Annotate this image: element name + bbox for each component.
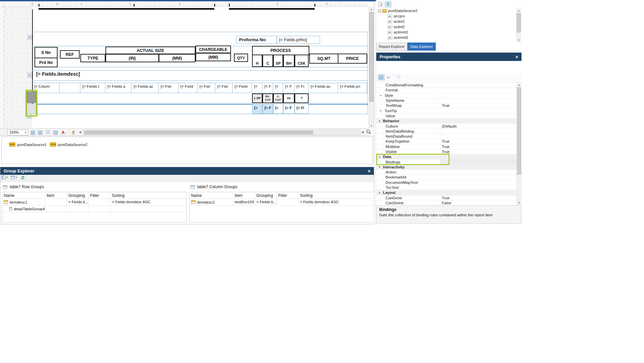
alphabetical-sort-icon[interactable]: A↓ [385, 74, 392, 80]
header-cell-mm[interactable]: (MM) [159, 54, 195, 62]
process-field-cell[interactable]: [= Fi [295, 104, 309, 114]
group-row-filter[interactable] [89, 199, 110, 206]
datasource-item[interactable]: JSON jsonDataSource2 [50, 142, 87, 147]
refresh-datasource-button[interactable] [385, 1, 391, 7]
property-row[interactable]: Format [376, 88, 516, 93]
snap-grid-icon[interactable] [37, 129, 43, 136]
row-handle-icon[interactable]: ⊞ [27, 73, 32, 77]
header-cell-in[interactable]: (IN) [105, 54, 159, 62]
row-handle-icon[interactable]: ⊞ [27, 35, 32, 40]
collapse-icon[interactable]: ∨ [379, 165, 382, 168]
property-row[interactable]: MultilineTrue [376, 144, 516, 149]
datasource-item[interactable]: JSON jsonDataSource1 [9, 142, 47, 147]
tree-field[interactable]: ab actinl1 [376, 19, 516, 24]
process-label-cell[interactable]: C-CUT [273, 93, 283, 103]
property-category[interactable]: ∨Interactivity [376, 165, 516, 170]
tree-field[interactable]: ab accprv [376, 13, 516, 19]
border-line[interactable] [38, 8, 214, 10]
detail-cell[interactable]: [= Fi [295, 83, 309, 93]
group-row-grouping[interactable] [67, 206, 89, 212]
header-cell-price[interactable]: PRICE [338, 54, 367, 64]
detail-cell[interactable]: [= F [262, 83, 273, 93]
collapse-icon[interactable]: ∨ [379, 191, 382, 194]
header-cell-process[interactable]: PROCESS [252, 46, 309, 55]
detail-cell[interactable]: [= Fields.pri [338, 83, 367, 93]
property-row[interactable]: CanShrinkFalse [376, 201, 516, 206]
process-label-cell[interactable]: H1 [283, 93, 295, 103]
canvas-vscrollbar[interactable]: ▲ ▼ [369, 7, 374, 128]
scroll-up-icon[interactable]: ▲ [516, 8, 521, 13]
dropdown-arrow-icon[interactable]: ▼ [24, 131, 27, 134]
property-row[interactable]: DocumentMapText [376, 180, 516, 185]
close-icon[interactable]: × [368, 169, 371, 173]
expand-icon[interactable]: ▸ [380, 109, 383, 112]
group-row-item[interactable] [45, 199, 67, 206]
zoom-magnifier-icon[interactable] [366, 129, 372, 136]
column-header[interactable]: Name [190, 192, 233, 199]
process-label-cell[interactable]: L-SP [252, 93, 262, 103]
detail-cell[interactable]: [= Fiel [215, 83, 233, 93]
property-row[interactable]: Action [376, 170, 516, 175]
property-row-bindings[interactable]: Bindings [376, 159, 516, 164]
properties-scrollbar[interactable]: ▲ ▼ [516, 82, 521, 205]
property-row[interactable]: ItemDataBound [376, 134, 516, 139]
pan-hand-icon[interactable] [70, 129, 77, 136]
collapse-icon[interactable]: ∨ [379, 120, 382, 123]
header-cell-chargeable-mm[interactable]: (MM) [195, 53, 231, 61]
collapse-icon[interactable]: − [378, 9, 381, 12]
scroll-up-icon[interactable]: ▲ [517, 82, 521, 87]
header-cell-prdno[interactable]: Prd No [34, 58, 58, 67]
scroll-down-icon[interactable]: ▼ [517, 200, 521, 205]
property-row[interactable]: ConditionalFormatting [376, 83, 516, 88]
tree-scrollbar[interactable]: ▲ ▼ [516, 8, 521, 43]
header-cell-type[interactable]: TYPE [80, 54, 105, 62]
column-header[interactable]: Sorting [299, 192, 375, 199]
property-row[interactable]: TocText [376, 185, 516, 190]
column-header[interactable]: Item [45, 192, 67, 199]
header-cell-chargeable[interactable]: CHARGEABLE [195, 46, 231, 53]
vscroll-thumb[interactable] [517, 13, 521, 32]
column-header[interactable]: Item [233, 192, 255, 199]
hscroll-left-icon[interactable]: ◀ [79, 131, 81, 134]
group-refresh-button[interactable] [20, 175, 25, 182]
expand-icon[interactable]: ▸ [380, 94, 383, 97]
font-tool-icon[interactable]: A [60, 129, 66, 136]
vscroll-thumb[interactable] [369, 12, 374, 102]
close-icon[interactable]: × [515, 55, 518, 59]
header-cell-sqmt[interactable]: SQ.MT [309, 54, 338, 64]
property-row[interactable]: ItemDataBinding [376, 129, 516, 134]
process-field-cell[interactable]: [= [252, 104, 262, 114]
column-header[interactable]: Filter [89, 192, 110, 199]
tab-report-explorer[interactable]: Report Explorer [376, 43, 407, 51]
grid-toggle-icon[interactable] [29, 129, 36, 136]
property-category[interactable]: ∨Behavior [376, 119, 516, 124]
property-row[interactable]: ▸ToolTip [376, 108, 516, 113]
group-row-item[interactable] [45, 206, 67, 212]
column-header[interactable]: Sorting [110, 192, 187, 199]
detail-cell[interactable]: [= Fiel [159, 83, 178, 93]
process-label-cell[interactable]: T [295, 93, 309, 103]
header-cell-sno[interactable]: S No [34, 47, 58, 58]
tab-data-explorer[interactable]: Data Explorer [407, 43, 436, 51]
property-row[interactable]: CanGrowTrue [376, 196, 516, 201]
edit-report-button[interactable] [378, 1, 384, 7]
group-row-sorting[interactable]: = Fields.itemdesc ASC [110, 199, 187, 206]
group-layout-rows-button[interactable]: ▼ [11, 176, 17, 179]
detail-cell[interactable]: [= Fiel [197, 83, 215, 93]
detail-cell[interactable]: [= Fields.t [80, 83, 105, 93]
vscroll-thumb[interactable] [517, 87, 521, 174]
grid-settings-icon[interactable] [52, 129, 59, 136]
process-field-cell[interactable]: [= F [262, 104, 273, 114]
group-row-filter[interactable] [277, 199, 299, 206]
group-layout-columns-button[interactable]: ▼ [2, 176, 8, 179]
column-header[interactable]: Name [2, 192, 45, 199]
detail-cell[interactable]: [= Field [233, 83, 252, 93]
detail-cell[interactable]: [= [273, 83, 283, 93]
header-cell-csk[interactable]: CSK [295, 55, 309, 67]
group-row-name[interactable]: itemdesc1 [2, 199, 45, 206]
hscroll-right-icon[interactable]: ▶ [362, 131, 364, 134]
header-cell-h[interactable]: H [252, 55, 262, 67]
detail-cell[interactable]: [= Fields.a [105, 83, 132, 93]
property-row[interactable]: Value [376, 114, 516, 119]
property-row[interactable]: Culture(Default) [376, 124, 516, 129]
